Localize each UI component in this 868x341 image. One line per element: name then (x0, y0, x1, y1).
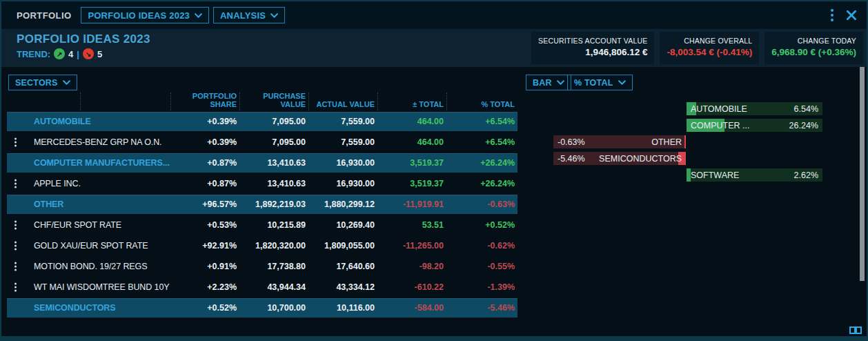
cell-purchase-value: 10,700.00 (239, 303, 308, 313)
header-spacer (7, 92, 81, 110)
bar-chart: AUTOMOBILE6.54%COMPUTER ...26.24%-0.63%O… (553, 102, 823, 185)
cell-total-change: 464.00 (377, 117, 446, 126)
sectors-dropdown[interactable]: SECTORS (8, 75, 77, 90)
chart-row-semiconductors[interactable]: -5.46%SEMICONDUCTORS (553, 152, 823, 165)
table-row-other[interactable]: OTHER+96.57%1,892,219.031,880,299.12-11,… (7, 195, 517, 214)
cell-actual-value: 7,559.00 (308, 117, 377, 126)
table-row-gold-xau-eur-spot-rate[interactable]: GOLD XAU/EUR SPOT RATE+92.91%1,820,320.0… (7, 236, 517, 255)
table-row-automobile[interactable]: AUTOMOBILE+0.39%7,095.007,559.00464.00+6… (7, 112, 517, 131)
stat-value: 6,968.90 € (+0.36%) (771, 47, 856, 57)
cell-portfolio-share: +0.52% (170, 303, 239, 313)
chart-value-label: 2.62% (794, 170, 818, 180)
table-row-chf-eur-spot-rate[interactable]: CHF/EUR SPOT RATE+0.53%10,215.8910,269.4… (7, 215, 517, 235)
cell-actual-value: 17,640.60 (308, 262, 377, 271)
row-name: MOTION BOND. 19/27 REGS (7, 262, 170, 271)
page-title: PORFOLIO IDEAS 2023 (17, 32, 150, 46)
cell-actual-value: 1,880,299.12 (308, 199, 377, 209)
chart-row-other[interactable]: -0.63%OTHER (553, 135, 823, 148)
chart-bar-strip[interactable]: COMPUTER ...26.24% (687, 119, 822, 132)
chart-bar-strip[interactable]: -5.46%SEMICONDUCTORS (553, 152, 686, 165)
app-title: PORTFOLIO (17, 10, 71, 21)
table-row-motion-bond-19-27-regs[interactable]: MOTION BOND. 19/27 REGS+0.91%17,738.8017… (7, 257, 517, 276)
close-icon[interactable] (846, 10, 857, 21)
row-name: WT MAI WISDOMTREE BUND 10Y 3 (7, 282, 170, 292)
cell-total-change: -610.22 (377, 282, 446, 292)
trend-up-count: 4 (68, 49, 73, 59)
cell-purchase-value: 7,095.00 (239, 117, 308, 126)
header-actual-value[interactable]: ACTUAL VALUE (308, 92, 377, 110)
stat-label: CHANGE OVERALL (667, 37, 752, 45)
cell-total-change: -98.20 (377, 262, 446, 271)
cell-total-change: -584.00 (377, 303, 446, 313)
cell-purchase-value: 17,738.80 (239, 262, 308, 271)
chart-type-dropdown[interactable]: BAR (526, 75, 571, 90)
cell-purchase-value: 1,892,219.03 (239, 199, 308, 209)
header-total-change[interactable]: ± TOTAL (377, 92, 446, 110)
window-bottom-edge (1, 336, 867, 340)
analysis-dropdown[interactable]: ANALYSIS (213, 7, 285, 23)
cell-percent-change: -0.62% (446, 241, 517, 251)
table-body: AUTOMOBILE+0.39%7,095.007,559.00464.00+6… (7, 112, 517, 319)
portfolio-selector-dropdown[interactable]: PORFOLIO IDEAS 2023 (81, 7, 209, 23)
chart-row-computer[interactable]: COMPUTER ...26.24% (553, 119, 823, 132)
table-row-semiconductors[interactable]: SEMICONDUCTORS+0.52%10,700.0010,116.00-5… (7, 298, 517, 318)
row-menu-icon[interactable] (14, 283, 17, 292)
scrollbar-thumb[interactable] (860, 67, 865, 281)
chart-value-label: 26.24% (789, 121, 818, 130)
cell-total-change: -11,919.91 (377, 199, 446, 209)
cell-portfolio-share: +2.23% (170, 282, 239, 292)
header-purchase-value[interactable]: PURCHASE VALUE (239, 92, 308, 110)
cell-total-change: -11,265.00 (377, 241, 446, 251)
header-band: PORFOLIO IDEAS 2023 TREND: ↗ 4 | ↘ 5 SEC… (1, 29, 867, 67)
chart-row-automobile[interactable]: AUTOMOBILE6.54% (553, 102, 823, 115)
trend-separator: | (77, 49, 79, 59)
cell-percent-change: +6.54% (446, 137, 517, 147)
chart-category-label: OTHER (651, 137, 682, 147)
table-row-wt-mai-wisdomtree-bund-10y-3[interactable]: WT MAI WISDOMTREE BUND 10Y 3+2.23%43,944… (7, 277, 517, 297)
cell-purchase-value: 7,095.00 (239, 137, 308, 147)
row-menu-icon[interactable] (14, 221, 17, 230)
cell-total-change: 464.00 (377, 137, 446, 147)
chart-bar-strip[interactable]: -0.63%OTHER (553, 135, 686, 148)
cell-total-change: 3,519.37 (377, 179, 446, 188)
more-options-icon[interactable] (831, 9, 834, 21)
chart-value-label: -0.63% (558, 137, 585, 147)
cell-total-change: 53.51 (377, 220, 446, 230)
top-bar: PORTFOLIO PORFOLIO IDEAS 2023 ANALYSIS (1, 1, 867, 29)
table-row-computer-manufacturers[interactable]: COMPUTER MANUFACTURERS...+0.87%13,410.63… (7, 153, 517, 173)
chart-bar-strip[interactable]: AUTOMOBILE6.54% (687, 102, 822, 115)
row-name: MERCEDES-BENZ GRP NA O.N. (7, 137, 170, 147)
chart-bar-strip[interactable]: SOFTWARE2.62% (687, 168, 822, 182)
chart-value-label: -5.46% (558, 154, 585, 164)
chevron-down-icon (63, 80, 70, 85)
row-name: AUTOMOBILE (7, 117, 170, 126)
row-menu-icon[interactable] (14, 242, 17, 251)
cell-actual-value: 7,559.00 (308, 137, 377, 147)
table-row-apple-inc[interactable]: APPLE INC.+0.87%13,410.6316,930.003,519.… (7, 174, 517, 193)
header-portfolio-share[interactable]: PORTFOLIO SHARE (170, 92, 239, 110)
row-menu-icon[interactable] (14, 262, 17, 271)
cell-actual-value: 10,116.00 (308, 303, 377, 313)
row-name: COMPUTER MANUFACTURERS... (7, 158, 170, 168)
table-row-mercedes-benz-grp-na-o-n[interactable]: MERCEDES-BENZ GRP NA O.N.+0.39%7,095.007… (7, 133, 517, 152)
chart-metric-dropdown[interactable]: % TOTAL (567, 75, 633, 90)
analysis-label: ANALYSIS (220, 10, 266, 21)
cell-percent-change: +6.54% (446, 117, 517, 126)
row-menu-icon[interactable] (14, 138, 17, 147)
chevron-down-icon (618, 80, 626, 85)
trend-down-count: 5 (97, 49, 102, 59)
trend-summary: TREND: ↗ 4 | ↘ 5 (17, 48, 102, 59)
cell-percent-change: -0.63% (446, 199, 517, 209)
linked-windows-icon[interactable] (849, 326, 862, 335)
table-header: PORTFOLIO SHARE PURCHASE VALUE ACTUAL VA… (7, 92, 517, 110)
row-name: OTHER (7, 199, 170, 209)
chart-category-label: SEMICONDUCTORS (599, 154, 682, 164)
stat-label: SECURITIES ACCOUNT VALUE (538, 37, 647, 45)
header-percent-change[interactable]: % TOTAL (446, 92, 517, 110)
chart-row-software[interactable]: SOFTWARE2.62% (553, 168, 823, 182)
trend-up-icon: ↗ (54, 48, 65, 59)
trend-label: TREND: (17, 49, 50, 59)
chart-value-label: 6.54% (794, 104, 818, 114)
cell-portfolio-share: +92.91% (170, 241, 239, 251)
row-menu-icon[interactable] (14, 179, 17, 188)
